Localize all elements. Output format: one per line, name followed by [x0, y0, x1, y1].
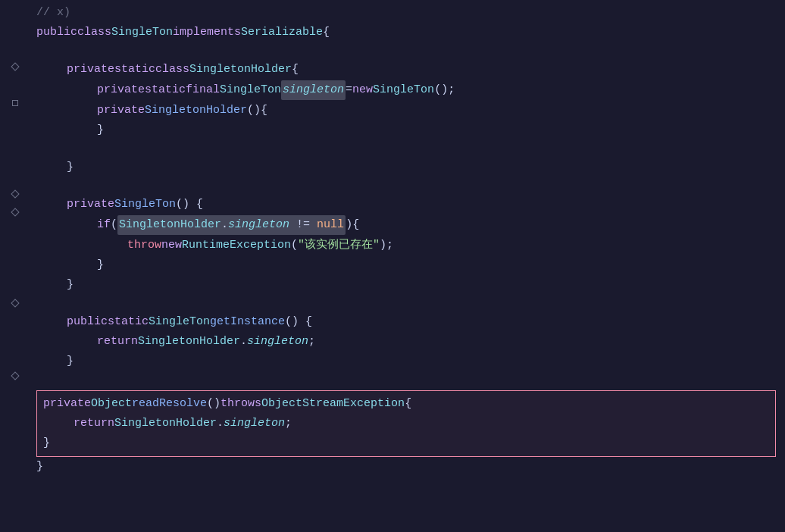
breakpoint-icon [12, 100, 18, 106]
breakpoint-icon [11, 208, 19, 216]
code-line-23: } [43, 433, 769, 453]
code-line-17: public static SingleTon getInstance() { [36, 312, 785, 332]
code-line-21: private Object readResolve() throws Obje… [43, 394, 769, 414]
code-line-16 [36, 295, 785, 312]
code-line-5: private static final SingleTon singleton… [36, 80, 785, 101]
code-line-3 [36, 42, 785, 60]
code-line-8 [36, 140, 785, 158]
code-editor: // x) public class SingleTon implements … [0, 0, 785, 532]
code-line-22: return SingletonHolder.singleton; [43, 414, 769, 433]
code-line-10 [36, 177, 785, 195]
code-line-11: private SingleTon() { [36, 195, 785, 214]
code-line-14: } [36, 255, 785, 275]
code-line-19: } [36, 352, 785, 371]
code-line-6: private SingletonHolder(){ [36, 101, 785, 120]
code-line-24: } [36, 457, 785, 477]
breakpoint-icon [11, 189, 19, 198]
code-line-4: private static class SingletonHolder { [36, 60, 785, 80]
code-line-2: public class SingleTon implements Serial… [36, 23, 785, 42]
breakpoint-icon [11, 299, 19, 307]
code-line-1: // x) [36, 3, 785, 23]
code-line-13: throw new RuntimeException("该实例已存在"); [36, 236, 785, 255]
highlighted-block: private Object readResolve() throws Obje… [36, 390, 776, 457]
code-line-15: } [36, 275, 785, 295]
breakpoint-icon [11, 371, 19, 380]
code-line-20 [36, 371, 785, 389]
code-line-18: return SingletonHolder.singleton; [36, 332, 785, 352]
code-content: // x) public class SingleTon implements … [30, 0, 785, 532]
code-line-9: } [36, 158, 785, 177]
gutter [0, 0, 30, 532]
code-line-12: if (SingletonHolder.singleton != null){ [36, 214, 785, 236]
code-line-7: } [36, 120, 785, 140]
breakpoint-icon [11, 62, 19, 70]
